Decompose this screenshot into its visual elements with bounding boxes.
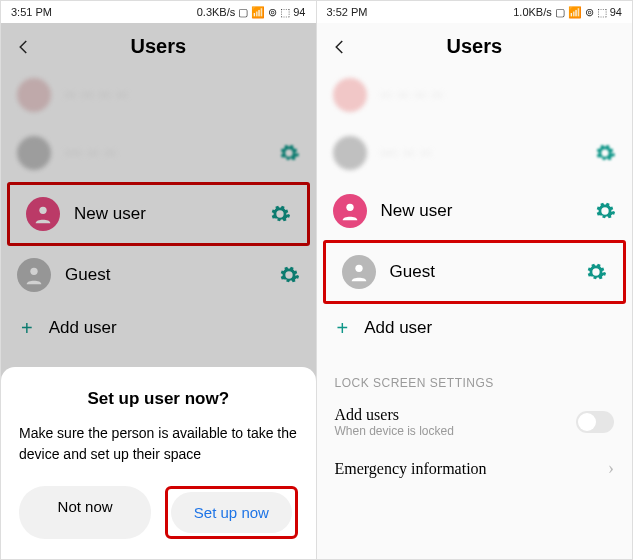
status-bar: 3:52 PM 1.0KB/s ▢ 📶 ⊚ ⬚ 94 [317, 1, 633, 23]
add-user-label: Add user [364, 318, 432, 338]
status-net: 0.3KB/s [197, 6, 236, 18]
header: Users [317, 23, 633, 66]
user-row-guest[interactable]: Guest [326, 243, 624, 301]
settings-gear-button[interactable] [594, 200, 616, 222]
toggle-add-users[interactable] [576, 411, 614, 433]
gear-icon [594, 142, 616, 164]
setting-sub: When device is locked [335, 424, 565, 438]
person-icon [348, 261, 370, 283]
not-now-button[interactable]: Not now [19, 486, 151, 539]
settings-gear-button[interactable] [585, 261, 607, 283]
avatar-blurred [333, 136, 367, 170]
battery-icon: ⬚ [597, 6, 607, 19]
back-button[interactable] [15, 38, 37, 56]
page-title: Users [37, 35, 280, 58]
add-user-row[interactable]: + Add user [317, 304, 633, 352]
wifi-icon: ⊚ [585, 6, 594, 19]
wifi-icon: ⊚ [268, 6, 277, 19]
sheet-title: Set up user now? [19, 389, 298, 409]
status-battery: 94 [293, 6, 305, 18]
page-title: Users [353, 35, 597, 58]
back-button[interactable] [331, 38, 353, 56]
header: Users [1, 23, 316, 66]
settings-gear-button[interactable] [594, 142, 616, 164]
highlight-guest: Guest [323, 240, 627, 304]
setting-add-users[interactable]: Add users When device is locked [317, 396, 633, 448]
svg-point-2 [346, 204, 353, 211]
chevron-left-icon [15, 38, 33, 56]
status-net: 1.0KB/s [513, 6, 552, 18]
chevron-left-icon [331, 38, 349, 56]
sim-icon: ▢ [555, 6, 565, 19]
sheet-body: Make sure the person is available to tak… [19, 423, 298, 464]
screen-left: 3:51 PM 0.3KB/s ▢ 📶 ⊚ ⬚ 94 Users ·· ·· ·… [1, 1, 317, 559]
section-label-lock-screen: LOCK SCREEN SETTINGS [317, 352, 633, 396]
screen-right: 3:52 PM 1.0KB/s ▢ 📶 ⊚ ⬚ 94 Users ·· ·· ·… [317, 1, 633, 559]
user-row-blurred-2[interactable]: ··· ·· ·· [317, 124, 633, 182]
user-label-blurred: ··· ·· ·· [381, 143, 581, 163]
status-right: 1.0KB/s ▢ 📶 ⊚ ⬚ 94 [513, 6, 622, 19]
chevron-right-icon: › [608, 458, 614, 479]
avatar-guest [342, 255, 376, 289]
gear-icon [585, 261, 607, 283]
gear-icon [594, 200, 616, 222]
battery-icon: ⬚ [280, 6, 290, 19]
setting-main: Emergency information [335, 460, 597, 478]
status-right: 0.3KB/s ▢ 📶 ⊚ ⬚ 94 [197, 6, 306, 19]
setting-text: Emergency information [335, 460, 597, 478]
status-bar: 3:51 PM 0.3KB/s ▢ 📶 ⊚ ⬚ 94 [1, 1, 316, 23]
status-battery: 94 [610, 6, 622, 18]
user-label: New user [381, 201, 581, 221]
svg-point-3 [355, 265, 362, 272]
signal-icon: 📶 [251, 6, 265, 19]
sim-icon: ▢ [238, 6, 248, 19]
user-label: Guest [390, 262, 572, 282]
sheet-actions: Not now Set up now [19, 486, 298, 539]
highlight-set-up-now: Set up now [165, 486, 297, 539]
user-label-blurred: ·· ·· ·· ·· [381, 85, 617, 105]
setup-user-sheet: Set up user now? Make sure the person is… [1, 367, 316, 559]
avatar-blurred [333, 78, 367, 112]
avatar-new-user [333, 194, 367, 228]
user-row-blurred-1[interactable]: ·· ·· ·· ·· [317, 66, 633, 124]
set-up-now-button[interactable]: Set up now [171, 492, 291, 533]
person-icon [339, 200, 361, 222]
plus-icon: + [337, 318, 349, 338]
setting-emergency-info[interactable]: Emergency information › [317, 448, 633, 489]
setting-main: Add users [335, 406, 565, 424]
status-time: 3:51 PM [11, 6, 52, 18]
setting-text: Add users When device is locked [335, 406, 565, 438]
status-time: 3:52 PM [327, 6, 368, 18]
user-row-new-user[interactable]: New user [317, 182, 633, 240]
signal-icon: 📶 [568, 6, 582, 19]
